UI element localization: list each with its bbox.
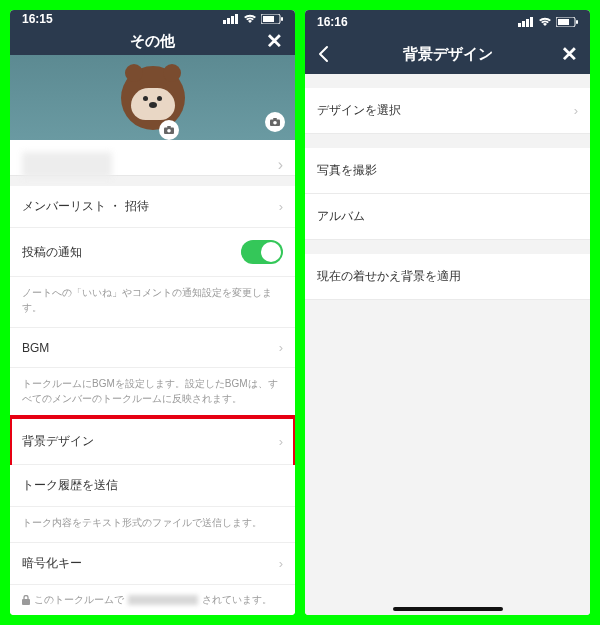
toggle-switch[interactable] — [241, 240, 283, 264]
row-label: メンバーリスト ・ 招待 — [22, 198, 149, 215]
svg-rect-0 — [223, 20, 226, 24]
redacted-text — [128, 595, 198, 605]
signal-icon — [223, 14, 239, 24]
chevron-right-icon: › — [279, 199, 283, 214]
chevron-right-icon: › — [279, 556, 283, 571]
cover-image — [10, 55, 295, 140]
chevron-right-icon: › — [279, 434, 283, 449]
bgm-note: トークルームにBGMを設定します。設定したBGMは、すべてのメンバーのトークルー… — [10, 368, 295, 419]
profile-row[interactable]: › — [10, 140, 295, 176]
status-icons — [223, 14, 283, 24]
album-row[interactable]: アルバム — [305, 194, 590, 240]
row-label: デザインを選択 — [317, 102, 401, 119]
phone-left: 16:15 その他 ✕ — [10, 10, 295, 615]
avatar[interactable] — [121, 66, 185, 130]
bgm-row[interactable]: BGM › — [10, 328, 295, 368]
status-bar: 16:16 — [305, 10, 590, 34]
take-photo-row[interactable]: 写真を撮影 — [305, 148, 590, 194]
wifi-icon — [243, 14, 257, 24]
camera-icon[interactable] — [265, 112, 285, 132]
row-label: 投稿の通知 — [22, 244, 82, 261]
svg-rect-19 — [558, 19, 569, 25]
row-label: 写真を撮影 — [317, 162, 377, 179]
send-history-row[interactable]: トーク履歴を送信 — [10, 465, 295, 507]
svg-rect-16 — [526, 19, 529, 27]
home-indicator[interactable] — [393, 607, 503, 611]
nav-bar: 背景デザイン ✕ — [305, 34, 590, 74]
status-icons — [518, 17, 578, 27]
svg-rect-2 — [231, 16, 234, 24]
encryption-note-suffix: されています。 — [202, 593, 272, 607]
encryption-note-prefix: このトークルームで — [34, 593, 124, 607]
row-label: アルバム — [317, 208, 365, 225]
battery-icon — [556, 17, 578, 27]
section-gap — [305, 134, 590, 148]
back-icon[interactable] — [317, 45, 329, 63]
nav-title: その他 — [130, 32, 175, 51]
battery-icon — [261, 14, 283, 24]
svg-rect-6 — [281, 17, 283, 21]
camera-icon[interactable] — [159, 120, 179, 140]
chevron-right-icon: › — [574, 103, 578, 118]
send-history-note: トーク内容をテキスト形式のファイルで送信します。 — [10, 507, 295, 543]
svg-rect-5 — [263, 16, 274, 22]
svg-rect-13 — [22, 599, 30, 605]
select-design-row[interactable]: デザインを選択 › — [305, 88, 590, 134]
encryption-key-row[interactable]: 暗号化キー › — [10, 543, 295, 585]
row-label: 暗号化キー — [22, 555, 82, 572]
nav-title: 背景デザイン — [403, 45, 493, 64]
close-icon[interactable]: ✕ — [561, 44, 578, 64]
wifi-icon — [538, 17, 552, 27]
post-notification-note: ノートへの「いいね」やコメントの通知設定を変更します。 — [10, 277, 295, 328]
svg-rect-20 — [576, 20, 578, 24]
chevron-right-icon: › — [279, 340, 283, 355]
status-time: 16:15 — [22, 12, 53, 26]
svg-rect-11 — [273, 118, 277, 120]
svg-rect-1 — [227, 18, 230, 24]
svg-rect-8 — [167, 126, 171, 128]
nav-bar: その他 ✕ — [10, 27, 295, 55]
empty-area — [305, 300, 590, 615]
apply-current-theme-row[interactable]: 現在の着せかえ背景を適用 — [305, 254, 590, 300]
close-icon[interactable]: ✕ — [266, 31, 283, 51]
member-list-row[interactable]: メンバーリスト ・ 招待 › — [10, 186, 295, 228]
row-label: トーク履歴を送信 — [22, 477, 118, 494]
phone-right: 16:16 背景デザイン ✕ デザインを選択 › 写真を撮影 — [305, 10, 590, 615]
status-time: 16:16 — [317, 15, 348, 29]
background-design-row[interactable]: 背景デザイン › — [10, 419, 295, 465]
row-label: 背景デザイン — [22, 433, 94, 450]
svg-rect-17 — [530, 17, 533, 27]
row-label: BGM — [22, 341, 49, 355]
post-notification-row: 投稿の通知 — [10, 228, 295, 277]
encryption-note: このトークルームで されています。 — [10, 585, 295, 615]
svg-point-9 — [167, 129, 171, 133]
svg-rect-14 — [518, 23, 521, 27]
section-gap — [305, 240, 590, 254]
status-bar: 16:15 — [10, 10, 295, 27]
section-gap — [305, 74, 590, 88]
lock-icon — [22, 595, 30, 605]
svg-point-12 — [273, 121, 277, 125]
chevron-right-icon: › — [278, 156, 283, 174]
svg-rect-3 — [235, 14, 238, 24]
svg-rect-15 — [522, 21, 525, 27]
signal-icon — [518, 17, 534, 27]
row-label: 現在の着せかえ背景を適用 — [317, 268, 461, 285]
redacted-text — [22, 152, 112, 178]
